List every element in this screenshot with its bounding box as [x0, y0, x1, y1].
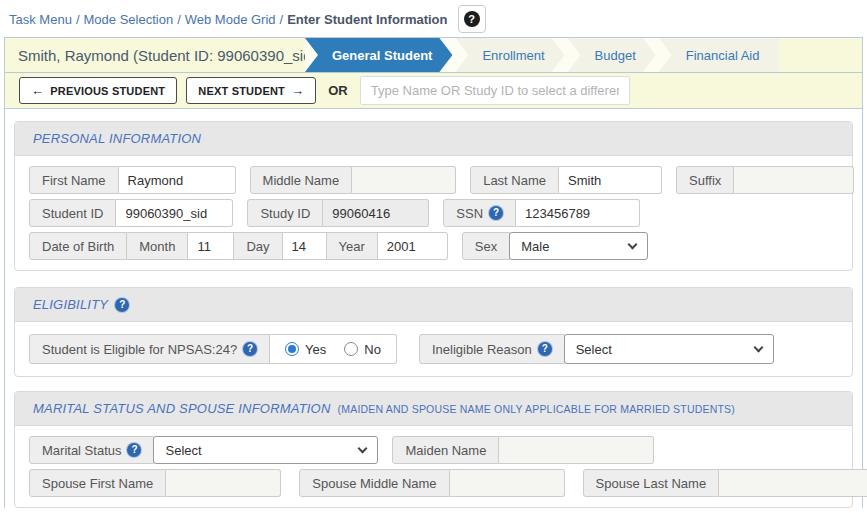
left-arrow-icon: ← — [31, 83, 44, 98]
date-of-birth-label: Date of Birth — [29, 232, 127, 260]
tab-enrollment[interactable]: Enrollment — [455, 38, 564, 72]
middle-name-field: Middle Name — [250, 166, 457, 194]
marital-status-help-icon[interactable]: ? — [127, 443, 141, 457]
breadcrumb-current: Enter Student Information — [287, 12, 447, 27]
dob-year-label: Year — [327, 232, 378, 260]
marital-status-body: Marital Status ? Select Maiden Name — [15, 426, 852, 507]
breadcrumb-link-web-mode-grid[interactable]: Web Mode Grid — [185, 12, 276, 27]
breadcrumb-link-mode-selection[interactable]: Mode Selection — [84, 12, 174, 27]
eligible-question-field: Student is Eligible for NPSAS:24? ? Yes … — [29, 334, 397, 364]
marital-status-subtitle: (MAIDEN AND SPOUSE NAME ONLY APPLICABLE … — [338, 403, 735, 415]
student-nav-row: ← PREVIOUS STUDENT NEXT STUDENT → OR — [5, 73, 862, 109]
dob-day-input[interactable] — [283, 232, 327, 260]
ssn-help-icon[interactable]: ? — [489, 206, 503, 220]
ineligible-reason-help-icon[interactable]: ? — [538, 342, 552, 356]
first-name-field: First Name — [29, 166, 236, 194]
marital-status-label: Marital Status ? — [29, 436, 154, 464]
personal-information-section: PERSONAL INFORMATION First Name Middle N… — [14, 121, 853, 271]
first-name-input[interactable] — [119, 166, 236, 194]
chevron-down-icon — [753, 342, 763, 352]
study-id-field: Study ID — [247, 199, 429, 227]
or-label: OR — [328, 83, 348, 98]
ssn-field: SSN ? — [443, 199, 640, 227]
study-id-input — [323, 199, 429, 227]
study-id-label: Study ID — [247, 199, 323, 227]
ineligible-reason-text: Ineligible Reason — [432, 342, 532, 357]
suffix-input[interactable] — [734, 166, 854, 194]
eligible-yes-option[interactable]: Yes — [285, 342, 326, 357]
breadcrumb-row: Task Menu/Mode Selection/Web Mode Grid/E… — [0, 0, 867, 37]
dob-month-label: Month — [127, 232, 188, 260]
breadcrumb-link-task-menu[interactable]: Task Menu — [9, 12, 72, 27]
date-of-birth-field: Date of Birth Month Day Year — [29, 232, 448, 260]
dob-month-input[interactable] — [188, 232, 234, 260]
spouse-middle-name-label: Spouse Middle Name — [299, 469, 449, 497]
tab-general-student[interactable]: General Student — [305, 38, 452, 72]
marital-status-select[interactable]: Select — [153, 436, 378, 464]
next-student-button[interactable]: NEXT STUDENT → — [186, 77, 316, 104]
breadcrumb: Task Menu/Mode Selection/Web Mode Grid/E… — [9, 12, 448, 27]
student-header-row: Smith, Raymond (Student ID: 99060390_sid… — [5, 38, 862, 73]
page: Task Menu/Mode Selection/Web Mode Grid/E… — [0, 0, 867, 508]
radio-unselected-icon — [344, 342, 358, 356]
last-name-input[interactable] — [559, 166, 662, 194]
page-help-button[interactable]: ? — [458, 5, 486, 33]
tab-budget[interactable]: Budget — [568, 38, 656, 72]
sex-select[interactable]: Male — [509, 232, 648, 260]
right-arrow-icon: → — [291, 83, 304, 98]
breadcrumb-separator: / — [280, 12, 284, 27]
spouse-middle-name-field: Spouse Middle Name — [299, 469, 564, 497]
last-name-label: Last Name — [470, 166, 559, 194]
previous-student-label: PREVIOUS STUDENT — [50, 85, 165, 97]
middle-name-label: Middle Name — [250, 166, 353, 194]
ineligible-reason-select[interactable]: Select — [564, 334, 774, 364]
next-student-label: NEXT STUDENT — [198, 85, 285, 97]
first-name-label: First Name — [29, 166, 119, 194]
middle-name-input[interactable] — [352, 166, 456, 194]
eligible-question-help-icon[interactable]: ? — [243, 342, 257, 356]
sex-field: Sex Male — [462, 232, 648, 260]
student-name-label: Smith, Raymond (Student ID: 99060390_sid… — [5, 38, 305, 72]
eligible-no-label: No — [364, 342, 381, 357]
main-container: Smith, Raymond (Student ID: 99060390_sid… — [4, 37, 863, 508]
eligibility-title: ELIGIBILITY — [33, 297, 108, 312]
previous-student-button[interactable]: ← PREVIOUS STUDENT — [19, 77, 177, 104]
student-id-label: Student ID — [29, 199, 116, 227]
spouse-row: Spouse First Name Spouse Middle Name Spo… — [29, 469, 838, 497]
student-id-input[interactable] — [116, 199, 233, 227]
spouse-last-name-input[interactable] — [719, 469, 867, 497]
spouse-first-name-field: Spouse First Name — [29, 469, 281, 497]
maiden-name-label: Maiden Name — [392, 436, 499, 464]
ssn-input[interactable] — [516, 199, 640, 227]
eligible-no-option[interactable]: No — [344, 342, 381, 357]
dob-day-label: Day — [234, 232, 282, 260]
student-search-input[interactable] — [360, 76, 630, 105]
tab-financial-aid[interactable]: Financial Aid — [659, 38, 780, 72]
ineligible-reason-value: Select — [576, 342, 612, 357]
marital-status-section: MARITAL STATUS AND SPOUSE INFORMATION (M… — [14, 391, 853, 508]
spouse-first-name-input[interactable] — [166, 469, 281, 497]
dob-year-input[interactable] — [378, 232, 448, 260]
last-name-field: Last Name — [470, 166, 662, 194]
help-icon: ? — [464, 11, 480, 27]
sex-label: Sex — [462, 232, 510, 260]
marital-row: Marital Status ? Select Maiden Name — [29, 436, 838, 464]
spouse-middle-name-input[interactable] — [450, 469, 565, 497]
eligibility-body: Student is Eligible for NPSAS:24? ? Yes … — [15, 322, 852, 376]
maiden-name-input[interactable] — [499, 436, 654, 464]
spouse-last-name-field: Spouse Last Name — [583, 469, 867, 497]
marital-status-field: Marital Status ? Select — [29, 436, 378, 464]
radio-selected-icon — [285, 342, 299, 356]
ssn-label-text: SSN — [456, 206, 483, 221]
spouse-first-name-label: Spouse First Name — [29, 469, 166, 497]
eligibility-help-icon[interactable]: ? — [115, 298, 129, 312]
chevron-down-icon — [358, 443, 368, 453]
id-row: Student ID Study ID SSN ? — [29, 199, 838, 227]
ssn-label: SSN ? — [443, 199, 516, 227]
marital-status-text: Marital Status — [42, 443, 121, 458]
marital-status-value: Select — [165, 443, 201, 458]
spouse-last-name-label: Spouse Last Name — [583, 469, 720, 497]
name-row: First Name Middle Name Last Name Suffix — [29, 166, 838, 194]
breadcrumb-separator: / — [177, 12, 181, 27]
eligibility-header: ELIGIBILITY ? — [15, 288, 852, 322]
